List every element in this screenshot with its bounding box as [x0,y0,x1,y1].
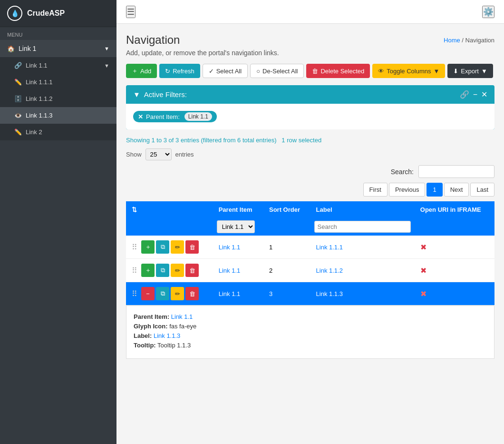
col-parent-item[interactable]: Parent Item [213,201,263,218]
drag-handle[interactable]: ⠿ [132,243,137,252]
label-link[interactable]: Link 1.1.1 [316,244,343,251]
copy-button[interactable]: ⧉ [156,240,169,254]
detail-glyph-icon: Glyph Icon: fas fa-eye [134,323,487,330]
search-input[interactable] [418,165,494,178]
edit-button[interactable]: ✏ [171,240,184,254]
open-uri-cell: ✖ [415,282,494,306]
status-no-icon: ✖ [420,290,426,298]
main-content: ☰ ⚙️ Navigation Home / Navigation Add, u… [116,0,504,444]
export-button[interactable]: ⬇ Export ▼ [447,64,493,78]
parent-item-cell: Link 1.1 [213,236,263,259]
menu-label: Menu [0,27,116,40]
delete-button[interactable]: 🗑 [185,240,199,254]
filter-minimize-button[interactable]: − [473,90,477,99]
show-entries-select[interactable]: 25 50 100 [145,148,172,160]
filter-label-cell [310,218,415,236]
parent-item-link[interactable]: Link 1.1 [219,244,241,251]
filter-link-button[interactable]: 🔗 [460,90,469,99]
circle-icon: ○ [256,68,260,75]
eye-icon: 👁 [378,68,384,75]
dropdown-arrow-icon: ▼ [481,68,487,75]
previous-page-button[interactable]: Previous [389,183,426,197]
data-table: ⇅ Parent Item Sort Order Label Open URI … [126,201,494,306]
copy-button[interactable]: ⧉ [156,287,169,300]
add-button[interactable]: ＋ Add [126,64,157,78]
open-uri-cell: ✖ [415,236,494,259]
refresh-icon: ↻ [165,68,170,75]
row-actions: ⠿ ＋ ⧉ ✏ 🗑 [132,264,207,277]
add-child-button[interactable]: ＋ [141,264,155,277]
filter-close-button[interactable]: ✕ [481,90,487,99]
deselect-button[interactable]: − [141,287,155,300]
table-row: ⠿ − ⧉ ✏ 🗑 Link 1.1 3 Link 1.1.3 ✖ [126,282,494,306]
sidebar-item-link1-1-1[interactable]: ✏️ Link 1.1.1 [0,74,116,90]
edit-button[interactable]: ✏ [171,264,184,277]
toggle-columns-button[interactable]: 👁 Toggle Columns ▼ [372,64,445,78]
sidebar-header: 💧 CrudeASP [0,0,116,27]
label-link[interactable]: Link 1.1.2 [316,267,343,274]
sidebar-item-link1-1-3[interactable]: 👁️ Link 1.1.3 [0,107,116,124]
parent-item-link[interactable]: Link 1.1 [219,267,241,274]
dropdown-arrow-icon: ▼ [433,68,439,75]
filter-sort-order-cell [263,218,310,236]
settings-button[interactable]: ⚙️ [482,6,494,18]
filters-title: ▼ Active Filters: [133,90,187,99]
check-icon: ✓ [209,68,214,75]
parent-item-link[interactable]: Link 1.1 [219,290,241,297]
table-info: Showing 1 to 3 of 3 entries (filtered fr… [126,137,494,144]
drag-handle[interactable]: ⠿ [132,266,137,275]
app-brand: CrudeASP [27,9,65,18]
first-page-button[interactable]: First [363,183,388,197]
row-actions: ⠿ − ⧉ ✏ 🗑 [132,287,207,300]
breadcrumb-home[interactable]: Home [444,37,460,44]
chevron-down-icon: ▼ [104,63,109,69]
sidebar-item-link2[interactable]: ✏️ Link 2 [0,124,116,140]
last-page-button[interactable]: Last [470,183,494,197]
delete-button[interactable]: 🗑 [185,287,199,300]
label-filter-input[interactable] [314,221,411,233]
col-sort-order[interactable]: Sort Order [263,201,310,218]
select-all-button[interactable]: ✓ Select All [203,64,248,78]
sidebar-toggle-button[interactable]: ☰ [126,6,136,18]
eye-icon: 👁️ [14,112,22,119]
label-link[interactable]: Link 1.1.3 [316,290,343,297]
deselect-all-button[interactable]: ○ De-Select All [250,64,304,78]
copy-button[interactable]: ⧉ [156,264,169,277]
detail-parent-item-link[interactable]: Link 1.1 [171,313,193,320]
delete-selected-button[interactable]: 🗑 Delete Selected [306,64,370,78]
page-header: Navigation Home / Navigation [126,33,494,47]
show-entries: Show 25 50 100 entries [126,148,494,160]
detail-label-link[interactable]: Link 1.1.3 [154,332,180,339]
next-page-button[interactable]: Next [444,183,469,197]
sidebar-item-link1-1[interactable]: 🔗 Link 1.1 ▼ [0,57,116,74]
filter-remove-button[interactable]: ✕ [138,113,143,120]
sidebar-item-label: Link 1.1.1 [26,79,52,86]
detail-parent-item: Parent Item: Link 1.1 [134,313,487,320]
sidebar-item-link1[interactable]: 🏠 Link 1 ▼ [0,40,116,57]
toolbar: ＋ Add ↻ Refresh ✓ Select All ○ De-Select… [126,64,494,78]
page-1-button[interactable]: 1 [426,183,442,197]
breadcrumb: Home / Navigation [444,37,494,44]
col-label[interactable]: Label [310,201,415,218]
app-logo: 💧 [7,6,22,21]
sort-order-cell: 1 [263,236,310,259]
home-icon: 🏠 [7,45,15,52]
filters-header: ▼ Active Filters: 🔗 − ✕ [126,85,494,104]
parent-item-cell: Link 1.1 [213,282,263,306]
delete-button[interactable]: 🗑 [185,264,199,277]
row-actions-cell: ⠿ ＋ ⧉ ✏ 🗑 [126,259,213,282]
pagination: First Previous 1 Next Last [126,183,494,197]
sidebar-item-label: Link 1.1.3 [26,112,52,119]
sidebar-item-label: Link 1.1 [26,62,48,69]
status-no-icon: ✖ [420,266,426,275]
sidebar-item-label: Link 2 [26,128,42,136]
edit-button[interactable]: ✏ [171,287,184,300]
sidebar: 💧 CrudeASP Menu 🏠 Link 1 ▼ 🔗 Link 1.1 ▼ … [0,0,116,444]
trash-icon: 🗑 [312,68,318,75]
sidebar-item-link1-1-2[interactable]: 🗄️ Link 1.1.2 [0,90,116,107]
add-child-button[interactable]: ＋ [141,240,155,254]
parent-item-filter-select[interactable]: Link 1.1 [217,220,255,233]
drag-handle[interactable]: ⠿ [132,289,137,298]
refresh-button[interactable]: ↻ Refresh [159,64,200,78]
col-open-uri[interactable]: Open URI in IFRAME [415,201,494,218]
